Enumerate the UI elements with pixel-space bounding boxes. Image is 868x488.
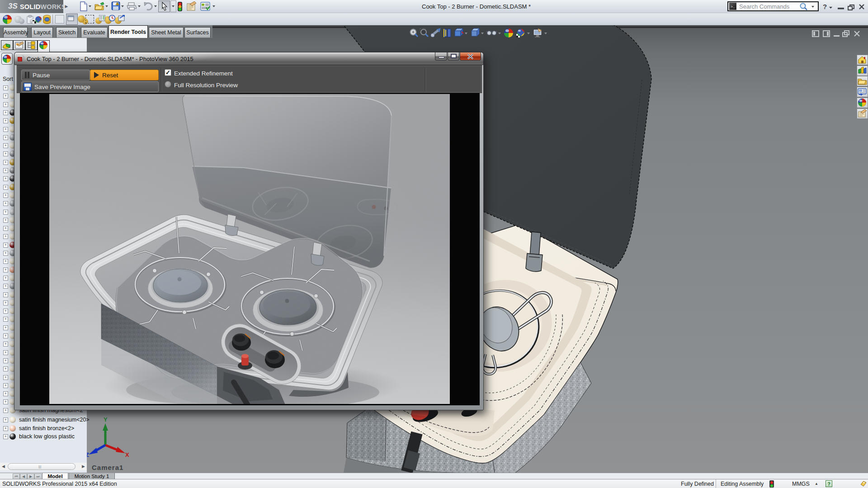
svg-text:?: ? bbox=[823, 3, 827, 10]
svg-text:Camera1: Camera1 bbox=[92, 464, 123, 471]
svg-text:!: ! bbox=[117, 2, 118, 6]
svg-text:X: X bbox=[125, 451, 129, 458]
svg-text:Y: Y bbox=[104, 416, 108, 423]
